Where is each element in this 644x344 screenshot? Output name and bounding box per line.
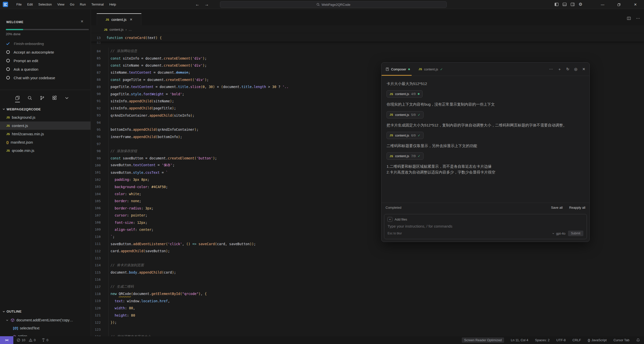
restore-button[interactable]	[611, 3, 627, 7]
code-line-113[interactable]: 113	[91, 254, 644, 262]
code-line-115[interactable]: 115document.body.appendChild(card);	[91, 269, 644, 276]
breadcrumb[interactable]: JS content.js › …	[91, 25, 644, 34]
checklist-item-0[interactable]: Finish onboarding	[6, 39, 88, 48]
menu-selection[interactable]: Selection	[35, 2, 54, 7]
status-bar: >< 10 0 0 Screen Reader OptimizedLn 11, …	[0, 336, 644, 344]
status-crlf[interactable]: CRLF	[573, 338, 581, 342]
code-text: const pageTitle = document.createElement…	[106, 78, 209, 82]
code-line-112[interactable]: 112card.appendChild(saveButton);	[91, 247, 644, 254]
explorer-root-folder[interactable]: WEBPAGE2QRCODE	[2, 105, 41, 113]
bell-icon[interactable]	[636, 338, 640, 342]
menu-run[interactable]: Run	[77, 2, 89, 7]
history-icon[interactable]: ◎	[574, 67, 577, 71]
checklist-item-1[interactable]: Accept an autocomplete	[6, 48, 88, 56]
source-control-icon[interactable]	[40, 96, 45, 102]
js-file-icon: JS	[390, 134, 393, 137]
line-number: 102	[91, 178, 101, 182]
composer-input-placeholder[interactable]: Type your instructions, / for commands	[388, 224, 583, 228]
close-icon[interactable]: ✕	[582, 67, 585, 71]
reload-icon[interactable]: ↻	[566, 67, 570, 71]
files-icon[interactable]	[15, 96, 20, 102]
remote-indicator[interactable]: ><	[0, 336, 13, 344]
file-html2canvas.min.js[interactable]: JShtml2canvas.min.js	[0, 130, 91, 138]
code-line-83[interactable]: 83	[91, 41, 644, 48]
line-number: 117	[91, 285, 101, 289]
code-line-116[interactable]: 116	[91, 276, 644, 283]
file-chip-7[interactable]: JScontent.js7/9✓	[387, 152, 424, 160]
breadcrumb-symbol: …	[129, 28, 132, 31]
file-content.js[interactable]: JScontent.js	[0, 121, 91, 130]
command-center-search[interactable]: WebPage2QRCode	[220, 1, 447, 8]
code-line-121[interactable]: 121height: 80	[91, 312, 644, 319]
loading-dot-icon	[418, 93, 420, 95]
search-icon[interactable]	[27, 96, 32, 102]
code-line-120[interactable]: 120width: 80,	[91, 305, 644, 312]
plus-icon[interactable]: ＋	[558, 67, 561, 72]
problems-indicator[interactable]: 10 0	[17, 338, 36, 342]
submit-button[interactable]: Submit	[568, 231, 583, 236]
file-chip-5[interactable]: JScontent.js6/9✓	[387, 132, 424, 139]
file-chip-3[interactable]: JScontent.js5/9✓	[387, 111, 424, 118]
nav-back-icon[interactable]: ←	[195, 2, 200, 7]
checklist-item-2[interactable]: Prompt an edit	[6, 56, 88, 65]
save-all-button[interactable]: Save all	[551, 206, 562, 209]
file-qrcode.min.js[interactable]: JSqrcode.min.js	[0, 146, 91, 155]
welcome-close-icon[interactable]: ✕	[81, 19, 84, 23]
toggle-panel-icon[interactable]	[562, 2, 567, 7]
menu-go[interactable]: Go	[67, 2, 77, 7]
code-line-123[interactable]: 123	[91, 326, 644, 333]
composer-file-tab[interactable]: JS content.js ✓	[419, 67, 443, 71]
menu-file[interactable]: File	[14, 2, 24, 7]
nav-forward-icon[interactable]: →	[205, 2, 209, 7]
ellipsis-icon[interactable]: ⋯	[549, 67, 553, 71]
split-editor-icon[interactable]	[627, 16, 631, 20]
status-cursor-tab[interactable]: Cursor Tab	[614, 338, 629, 342]
file-background.js[interactable]: JSbackground.js	[0, 113, 91, 121]
chevron-down-icon[interactable]	[64, 96, 69, 102]
status-utf-8[interactable]: UTF-8	[556, 338, 566, 342]
outline-item-2[interactable]: ⟳action	[0, 332, 91, 336]
extensions-icon[interactable]	[52, 96, 57, 102]
status-screen-reader-optimized[interactable]: Screen Reader Optimized	[462, 337, 504, 343]
outline-item-1[interactable]: [@]selectedText	[0, 324, 91, 332]
code-line-118[interactable]: 118new QRCode(document.getElementById("q…	[91, 290, 644, 297]
outline-header[interactable]: OUTLINE	[2, 310, 22, 313]
code-line-124[interactable]: 124// 启动调整文本字体大小	[91, 333, 644, 336]
composer-input-box[interactable]: + Add files Type your instructions, / fo…	[384, 214, 587, 239]
model-selector[interactable]: gpt-4o	[552, 232, 565, 235]
onboarding-progress-bar	[6, 29, 89, 30]
status-ln-11-col-4[interactable]: Ln 11, Col 4	[511, 338, 528, 342]
code-line-13[interactable]: 13function createCard(text) {	[91, 34, 644, 41]
code-line-85[interactable]: 85const siteInfo = document.createElemen…	[91, 55, 644, 62]
toggle-secondary-sidebar-icon[interactable]	[571, 2, 575, 7]
code-text: bottomInfo.appendChild(qrAndInfoContaine…	[106, 127, 199, 132]
editor-more-actions-icon[interactable]: ⋯	[636, 16, 640, 21]
ports-indicator[interactable]: 0	[42, 338, 48, 342]
code-line-122[interactable]: 122});	[91, 319, 644, 326]
toggle-primary-sidebar-icon[interactable]	[554, 2, 559, 7]
composer-tab[interactable]: Composer	[386, 67, 410, 71]
code-line-119[interactable]: 119text: window.location.href,	[91, 297, 644, 305]
outline-item-0[interactable]: document.addEventListener('copy…	[0, 316, 91, 324]
menu-help[interactable]: Help	[106, 2, 119, 7]
tab-content-js[interactable]: JS content.js ✕	[97, 13, 141, 25]
menu-terminal[interactable]: Terminal	[89, 2, 106, 7]
minimize-button[interactable]: —	[594, 3, 611, 7]
code-line-114[interactable]: 114// 将卡片添加到页面	[91, 262, 644, 269]
checklist-item-3[interactable]: Ask a question	[6, 65, 88, 73]
code-line-117[interactable]: 117// 生成二维码	[91, 283, 644, 290]
status-spaces-2[interactable]: Spaces: 2	[535, 338, 550, 342]
file-manifest.json[interactable]: {}manifest.json	[0, 138, 91, 146]
status-javascript[interactable]: {}JavaScript	[588, 338, 607, 342]
tab-close-icon[interactable]: ✕	[130, 18, 133, 21]
settings-gear-icon[interactable]: ⚙	[579, 2, 582, 7]
line-number: 105	[91, 199, 101, 203]
close-window-button[interactable]: ✕	[627, 3, 643, 7]
menu-view[interactable]: View	[55, 2, 67, 7]
checklist-item-4[interactable]: Chat with your codebase	[6, 73, 88, 82]
add-files-button[interactable]: + Add files	[388, 217, 583, 222]
reapply-all-button[interactable]: Reapply all	[569, 206, 585, 209]
menu-edit[interactable]: Edit	[24, 2, 35, 7]
file-chip-1[interactable]: JScontent.js4/9	[387, 90, 423, 98]
code-line-84[interactable]: 84// 添加网站信息	[91, 48, 644, 55]
